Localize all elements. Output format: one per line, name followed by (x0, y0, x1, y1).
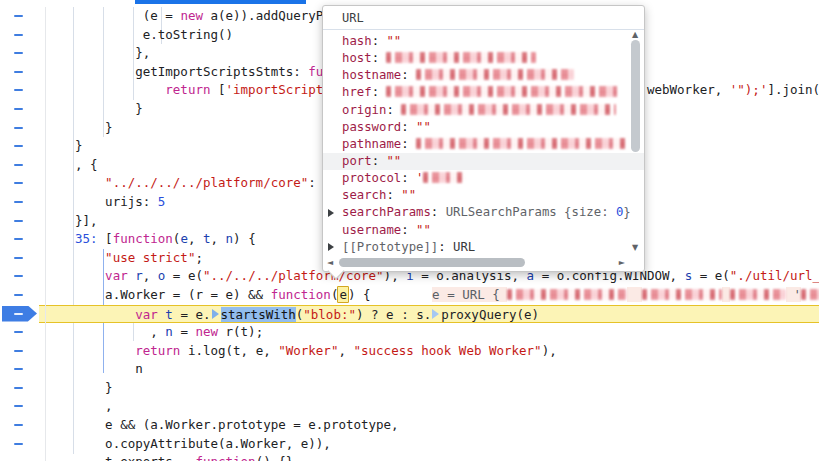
breakpoint-gutter-cell[interactable] (0, 193, 46, 212)
breakpoint-gutter-cell[interactable] (0, 230, 46, 249)
property-name: password (342, 120, 401, 134)
breakpoint-gutter-cell[interactable] (0, 26, 46, 45)
breakpoint-gutter-cell[interactable] (0, 305, 46, 324)
code-token: ; (195, 250, 203, 265)
prop-row-search[interactable]: search: "" (323, 187, 644, 204)
code-line[interactable]: , n = new r(t); (0, 323, 819, 342)
code-token: ) { (348, 287, 378, 302)
breakpoint-gutter-cell[interactable] (0, 435, 46, 454)
prop-row-prototype[interactable]: [[Prototype]]: URL (323, 239, 644, 256)
breakpoint-gutter-cell[interactable] (0, 119, 46, 138)
code-token: = e. (173, 307, 211, 322)
gutter-dash-icon (14, 350, 23, 352)
inline-breakpoint-marker-icon[interactable] (212, 309, 219, 319)
expand-arrow-icon[interactable] (328, 243, 334, 251)
prop-row-searchparams[interactable]: searchParams: URLSearchParams {size: 0} (323, 204, 644, 221)
code-line[interactable]: var t = e.startsWith("blob:") ? e : s.pr… (0, 305, 819, 324)
redacted-value (507, 289, 627, 300)
code-token: n (226, 231, 234, 246)
code-token: i.log(t, e, (180, 343, 278, 358)
inline-eval-widget (722, 287, 730, 302)
breakpoint-gutter-cell[interactable] (0, 81, 46, 100)
property-colon: : (401, 137, 416, 151)
prop-row-protocol[interactable]: protocol: ' (323, 170, 644, 187)
code-token: } (105, 120, 113, 135)
horizontal-scroll-thumb[interactable] (339, 258, 525, 267)
code-token: "" (386, 154, 401, 168)
breakpoint-gutter-cell[interactable] (0, 63, 46, 82)
gutter-dash-icon (14, 145, 23, 147)
code-token: URLSearchParams {size: (446, 205, 616, 219)
vertical-scroll-thumb[interactable] (631, 40, 640, 152)
code-line[interactable]: } (0, 379, 819, 398)
code-line[interactable]: e && (a.Worker.prototype = e.prototype, (0, 416, 819, 435)
breakpoint-gutter-cell[interactable] (0, 323, 46, 342)
property-colon: : (386, 188, 401, 202)
code-line[interactable]: o.copyAttribute(a.Worker, e)), (0, 435, 819, 454)
popover-vertical-scrollbar[interactable]: ▲ ▼ (629, 28, 642, 254)
expand-arrow-icon[interactable] (328, 209, 334, 217)
code-token: "blob:" (303, 307, 356, 322)
prop-row-origin[interactable]: origin: (323, 102, 644, 119)
inline-breakpoint-marker-icon[interactable] (432, 309, 439, 319)
code-token: URL (453, 240, 475, 254)
inline-eval-widget: ' (786, 287, 801, 302)
redacted-value (386, 52, 536, 63)
code-token: e (180, 231, 188, 246)
breakpoint-gutter-cell[interactable] (0, 416, 46, 435)
inline-eval-widget (627, 287, 642, 302)
breakpoint-gutter-cell[interactable] (0, 174, 46, 193)
breakpoint-gutter-cell[interactable] (0, 267, 46, 286)
scroll-right-icon[interactable]: ► (619, 256, 625, 269)
code-token: ), (542, 343, 557, 358)
prop-row-hostname[interactable]: hostname: (323, 67, 644, 84)
breakpoint-gutter-cell[interactable] (0, 100, 46, 119)
breakpoint-gutter-cell[interactable] (0, 360, 46, 379)
code-token: n (135, 361, 143, 376)
breakpoint-gutter-cell[interactable] (0, 156, 46, 175)
property-name: hostname (342, 68, 401, 82)
code-line[interactable]: return i.log(t, e, "Worker", "success ho… (0, 342, 819, 361)
code-line[interactable]: , (0, 397, 819, 416)
execution-pointer-icon (2, 306, 37, 322)
prop-row-href[interactable]: href: (323, 84, 644, 101)
property-colon: : (386, 103, 401, 117)
prop-row-username[interactable]: username: "" (323, 222, 644, 239)
breakpoint-gutter-cell[interactable] (0, 137, 46, 156)
breakpoint-gutter-cell[interactable] (0, 286, 46, 305)
popover-horizontal-scrollbar[interactable]: ◄ ► (325, 256, 627, 269)
prop-row-hash[interactable]: hash: "" (323, 33, 644, 50)
scroll-left-icon[interactable]: ◄ (327, 256, 333, 269)
property-name: hash (342, 34, 372, 48)
code-token: "use strict" (105, 250, 195, 265)
breakpoint-gutter-cell[interactable] (0, 397, 46, 416)
property-name: search (342, 188, 386, 202)
code-token: = (173, 324, 196, 339)
breakpoint-gutter-cell[interactable] (0, 249, 46, 268)
prop-row-host[interactable]: host: (323, 50, 644, 67)
scroll-down-icon[interactable]: ▼ (632, 241, 638, 254)
breakpoint-gutter-cell[interactable] (0, 212, 46, 231)
code-line[interactable]: n (0, 360, 819, 379)
prop-row-pathname[interactable]: pathname: (323, 136, 644, 153)
breakpoint-gutter-cell[interactable] (0, 44, 46, 63)
code-line-text: , n = new r(t); (46, 323, 819, 342)
code-line[interactable]: t.exports = function() {} (0, 453, 819, 461)
active-tab-indicator (135, 0, 306, 4)
code-token: var (135, 307, 158, 322)
code-token: a.Worker = (r = e) && (105, 287, 271, 302)
breakpoint-gutter-cell[interactable] (0, 7, 46, 26)
property-colon: : (372, 34, 387, 48)
breakpoint-gutter-cell[interactable] (0, 453, 46, 461)
breakpoint-gutter-cell[interactable] (0, 342, 46, 361)
code-token: "Worker" (278, 343, 338, 358)
property-colon: : (438, 240, 453, 254)
code-line-text: } (46, 379, 819, 398)
breakpoint-gutter-cell[interactable] (0, 379, 46, 398)
gutter-dash-icon (14, 275, 23, 277)
gutter-dash-icon (14, 405, 23, 407)
code-token: "success hook Web Worker" (354, 343, 542, 358)
prop-row-password[interactable]: password: "" (323, 119, 644, 136)
prop-row-port[interactable]: port: "" (323, 153, 644, 170)
code-line[interactable]: a.Worker = (r = e) && function(e) { e = … (0, 286, 819, 305)
